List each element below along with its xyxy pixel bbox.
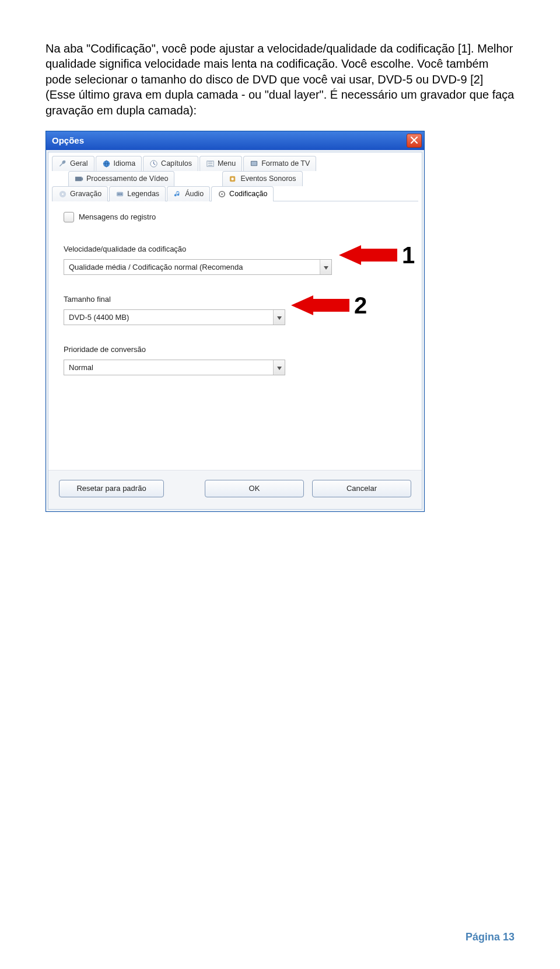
globe-icon <box>102 159 111 168</box>
svg-point-10 <box>62 193 64 195</box>
svg-rect-5 <box>251 162 257 166</box>
page-footer: Página 13 <box>466 931 514 943</box>
tab-gravacao[interactable]: Gravação <box>52 186 108 201</box>
tab-label: Idioma <box>114 159 136 168</box>
dropdown-button[interactable] <box>273 310 285 325</box>
options-dialog-screenshot: Opções Geral Idi <box>46 131 425 512</box>
close-button[interactable] <box>407 134 422 148</box>
note-icon <box>173 190 182 198</box>
dropdown-button[interactable] <box>320 260 331 274</box>
list-icon <box>206 159 215 168</box>
close-icon <box>411 135 418 146</box>
svg-point-16 <box>221 193 223 195</box>
encoding-quality-combo[interactable]: Qualidade média / Codificação normal (Re… <box>64 259 332 275</box>
options-dialog: Opções Geral Idi <box>46 131 425 512</box>
chevron-down-icon <box>277 362 282 372</box>
tab-label: Áudio <box>185 190 204 198</box>
tab-label: Geral <box>70 159 88 168</box>
tab-idioma[interactable]: Idioma <box>96 156 142 171</box>
tab-legendas[interactable]: Legendas <box>109 186 166 201</box>
conversion-priority-value: Normal <box>64 360 273 375</box>
dialog-title: Opções <box>52 135 407 145</box>
chevron-down-icon <box>277 312 282 322</box>
svg-point-12 <box>118 194 119 195</box>
gear-icon <box>218 190 226 198</box>
tab-codificacao[interactable]: Codificação <box>211 186 274 201</box>
tab-label: Processamento de Vídeo <box>86 175 168 183</box>
conversion-priority-label: Prioridade de conversão <box>64 345 407 354</box>
tab-proc-video[interactable]: Processamento de Vídeo <box>68 171 174 186</box>
tab-capitulos[interactable]: Capítulos <box>143 156 198 171</box>
tab-audio[interactable]: Áudio <box>167 186 210 201</box>
disc-icon <box>58 190 67 198</box>
dropdown-button[interactable] <box>273 360 285 375</box>
callout-arrow-1: 1 <box>339 242 415 269</box>
sound-icon <box>229 175 237 183</box>
tab-label: Gravação <box>70 190 102 198</box>
titlebar: Opções <box>46 131 424 150</box>
chevron-down-icon <box>324 262 328 272</box>
tab-formato-tv[interactable]: Formato de TV <box>243 156 316 171</box>
svg-point-8 <box>232 177 235 180</box>
wrench-icon <box>58 159 67 168</box>
final-size-combo[interactable]: DVD-5 (4400 MB) <box>64 309 285 325</box>
tab-label: Formato de TV <box>261 159 310 168</box>
tab-label: Eventos Sonoros <box>240 175 296 183</box>
callout-number: 2 <box>354 292 367 319</box>
reset-button[interactable]: Resetar para padrão <box>59 480 164 497</box>
tabs-area: Geral Idioma Capítulos Menu <box>48 152 422 201</box>
intro-paragraph: Na aba "Codificação", você pode ajustar … <box>46 41 514 118</box>
tab-label: Codificação <box>229 190 267 198</box>
tab-label: Capítulos <box>161 159 192 168</box>
tab-label: Menu <box>218 159 236 168</box>
video-icon <box>75 175 83 183</box>
tv-icon <box>250 159 258 168</box>
svg-point-13 <box>120 194 121 195</box>
log-messages-label: Mensagens do registro <box>79 212 156 221</box>
cancel-button[interactable]: Cancelar <box>312 480 411 497</box>
ok-button[interactable]: OK <box>205 480 304 497</box>
callout-number: 1 <box>402 242 415 269</box>
clock-icon <box>149 159 158 168</box>
final-size-value: DVD-5 (4400 MB) <box>64 310 273 325</box>
svg-point-14 <box>121 194 123 195</box>
conversion-priority-combo[interactable]: Normal <box>64 360 285 375</box>
tab-label: Legendas <box>127 190 159 198</box>
tab-eventos-sonoros[interactable]: Eventos Sonoros <box>222 171 302 186</box>
tab-menu[interactable]: Menu <box>200 156 242 171</box>
log-messages-checkbox[interactable] <box>64 212 74 222</box>
subtitle-icon <box>116 190 124 198</box>
svg-rect-6 <box>75 177 82 182</box>
tab-geral[interactable]: Geral <box>52 156 94 171</box>
callout-arrow-2: 2 <box>291 292 367 319</box>
encoding-quality-value: Qualidade média / Codificação normal (Re… <box>64 260 320 274</box>
